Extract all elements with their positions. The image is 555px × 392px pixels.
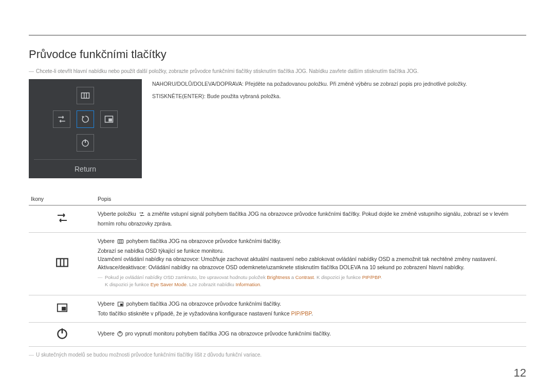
table-row: Vybere pohybem tlačítka JOG na obrazovce…: [29, 232, 526, 295]
table-row: Vybere pro vypnutí monitoru pohybem tlač…: [29, 322, 526, 346]
footer-note: U skutečných modelů se budou možnosti pr…: [29, 352, 526, 358]
pip-icon: [55, 302, 69, 315]
page-number: 12: [514, 366, 526, 380]
source-icon: [138, 211, 145, 219]
pip-icon: [117, 301, 124, 309]
menu-icon: [117, 238, 124, 247]
row-pip-desc: Vybere pohybem tlačítka JOG na obrazovce…: [96, 295, 526, 323]
dpad-right-pip: [100, 110, 118, 128]
row-power-desc: Vybere pro vypnutí monitoru pohybem tlač…: [96, 322, 526, 346]
power-icon: [117, 330, 123, 339]
power-icon: [55, 327, 69, 342]
dpad-left-source: [53, 110, 70, 128]
table-header-desc: Popis: [96, 193, 526, 206]
instruction-enter: STISKNĚTE(ENTER): Bude použita vybraná p…: [152, 92, 467, 101]
jog-instructions: NAHORU/DOLŮ/DOLEVA/DOPRAVA: Přejděte na …: [152, 79, 467, 178]
page-title: Průvodce funkčními tlačítky: [29, 48, 526, 61]
table-row: Vyberte položku a změňte vstupní signál …: [29, 206, 526, 233]
dpad-up-menu: [77, 87, 94, 104]
icon-description-table: Ikony Popis Vyberte položku a změňte vst…: [29, 193, 526, 347]
menu-lock-note-1: Pokud je ovládání nabídky OSD zamknuto, …: [98, 274, 524, 289]
dpad-center-return: [77, 110, 94, 128]
jog-dpad: [47, 85, 124, 153]
instruction-navigate: NAHORU/DOLŮ/DOLEVA/DOPRAVA: Přejděte na …: [152, 80, 467, 88]
source-icon: [54, 212, 70, 226]
row-source-desc: Vyberte položku a změňte vstupní signál …: [96, 206, 526, 233]
row-menu-desc: Vybere pohybem tlačítka JOG na obrazovce…: [96, 232, 526, 295]
menu-icon: [53, 256, 71, 271]
top-divider: [29, 35, 526, 35]
table-header-icons: Ikony: [29, 193, 96, 206]
osd-preview-panel: Return: [29, 79, 142, 178]
osd-footer-label: Return: [34, 163, 137, 174]
osd-divider: [34, 159, 137, 160]
intro-note: Chcete-li otevřít hlavní nabídku nebo po…: [29, 68, 526, 74]
table-row: Vybere pohybem tlačítka JOG na obrazovce…: [29, 295, 526, 323]
dpad-down-power: [77, 134, 94, 152]
